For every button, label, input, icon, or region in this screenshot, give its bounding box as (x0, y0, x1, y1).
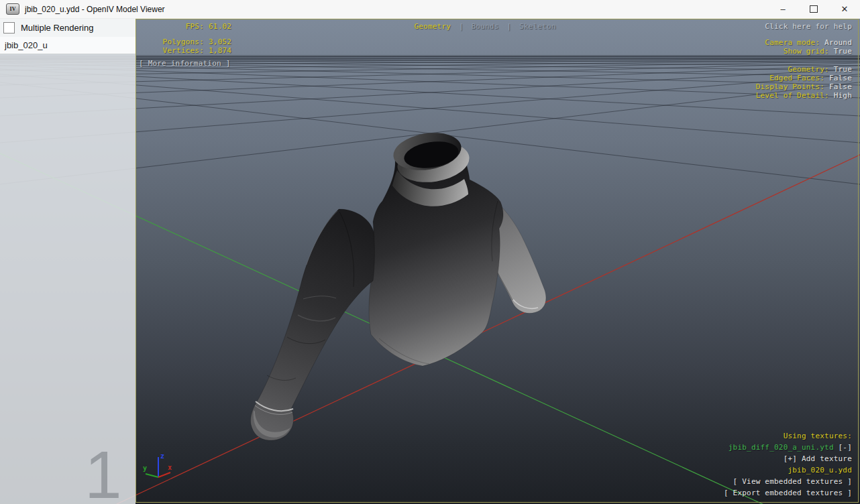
model-filename: jbib_020_u.ydd (724, 464, 852, 476)
geometry-value: True (834, 65, 852, 74)
app-icon: IV (6, 3, 19, 15)
more-information-button[interactable]: [ More information ] (139, 59, 230, 68)
textures-panel: Using textures: jbib_diff_020_a_uni.ytd … (724, 430, 852, 499)
display-points-value: False (829, 82, 852, 91)
maximize-button[interactable] (798, 0, 829, 18)
view-mode-tabs: Geometry | Bounds | Skeleton (136, 22, 834, 31)
level-of-detail-label: Level of Detail: (756, 91, 829, 100)
gizmo-y-label: y (143, 464, 147, 472)
view-embedded-textures-button[interactable]: [ View embedded textures ] (724, 476, 852, 487)
gizmo-x-axis (158, 472, 170, 477)
viewer-settings: Click here for help Camera mode: Around … (756, 22, 852, 100)
multiple-rendering-row: Multiple Rendering (0, 19, 136, 37)
edged-faces-row[interactable]: Edged Faces: False (756, 74, 852, 82)
model-list-item-label: jbib_020_u (5, 40, 48, 50)
polygons-row: Polygons: 3,052 (161, 38, 231, 46)
show-grid-row[interactable]: Show grid: True (756, 47, 852, 56)
tab-separator: | (459, 22, 464, 31)
window-title: jbib_020_u.ydd - OpenIV Model Viewer (25, 5, 165, 14)
maximize-icon (810, 5, 818, 13)
gizmo-y-axis (146, 474, 158, 477)
export-embedded-textures-button[interactable]: [ Export embedded textures ] (724, 487, 852, 499)
show-grid-label: Show grid: (784, 47, 829, 56)
close-button[interactable]: ✕ (829, 0, 860, 18)
model-list-sidebar: Multiple Rendering jbib_020_u 1 (0, 19, 136, 504)
minimize-icon: – (780, 4, 785, 14)
gizmo-x-label: x (168, 464, 172, 471)
display-points-label: Display Points: (756, 82, 824, 91)
polygons-value: 3,052 (209, 38, 231, 46)
add-texture-button[interactable]: [+] Add texture (724, 453, 852, 464)
window-controls: – ✕ (767, 0, 860, 18)
model-list-item-selected[interactable]: jbib_020_u (0, 37, 136, 54)
edged-faces-value: False (829, 74, 852, 82)
texture-row: jbib_diff_020_a_uni.ytd [-] (724, 442, 852, 453)
multiple-rendering-checkbox[interactable] (3, 22, 15, 34)
texture-filename: jbib_diff_020_a_uni.ytd (729, 443, 834, 452)
using-textures-header: Using textures: (724, 430, 852, 442)
camera-mode-value: Around (824, 38, 852, 47)
tab-geometry[interactable]: Geometry (414, 22, 451, 31)
remove-texture-button[interactable]: [-] (839, 443, 852, 452)
app-window: Multiple Rendering jbib_020_u 1 FPS: 61.… (0, 0, 860, 504)
title-bar: IV jbib_020_u.ydd - OpenIV Model Viewer … (0, 0, 860, 19)
level-of-detail-value: High (834, 91, 852, 100)
render-index-watermark: 1 (85, 441, 122, 504)
show-grid-value: True (834, 47, 852, 56)
minimize-button[interactable]: – (767, 0, 798, 18)
camera-mode-row[interactable]: Camera mode: Around (756, 38, 852, 47)
camera-mode-label: Camera mode: (765, 38, 820, 47)
vertices-label: Vertices: (161, 46, 204, 55)
tab-separator: | (506, 22, 511, 31)
close-icon: ✕ (841, 4, 849, 14)
geometry-label: Geometry: (788, 65, 828, 74)
multiple-rendering-label: Multiple Rendering (21, 23, 93, 33)
polygons-label: Polygons: (161, 38, 204, 46)
axis-gizmo: z y x (137, 448, 184, 485)
display-points-row[interactable]: Display Points: False (756, 82, 852, 91)
help-link[interactable]: Click here for help (756, 22, 852, 31)
gizmo-z-label: z (160, 452, 164, 460)
vertices-row: Vertices: 1,874 (161, 46, 231, 55)
vertices-value: 1,874 (209, 46, 231, 55)
level-of-detail-row[interactable]: Level of Detail: High (756, 91, 852, 100)
tab-bounds[interactable]: Bounds (472, 22, 499, 31)
geometry-toggle-row[interactable]: Geometry: True (756, 65, 852, 74)
edged-faces-label: Edged Faces: (769, 74, 824, 82)
tab-skeleton[interactable]: Skeleton (519, 22, 556, 31)
